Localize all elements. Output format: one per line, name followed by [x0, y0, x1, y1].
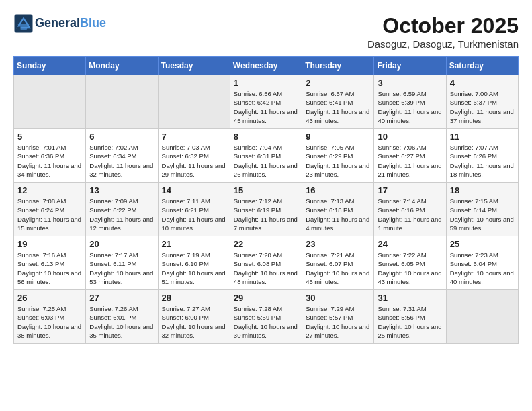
month-title: October 2025: [367, 13, 519, 38]
day-number: 3: [378, 78, 442, 88]
day-number: 20: [89, 239, 154, 249]
weekday-header-cell: Friday: [374, 57, 446, 75]
cell-content: Sunrise: 7:07 AM Sunset: 6:26 PM Dayligh…: [450, 143, 515, 179]
cell-content: Sunrise: 7:11 AM Sunset: 6:21 PM Dayligh…: [162, 197, 226, 232]
day-number: 16: [306, 185, 370, 195]
day-number: 7: [162, 132, 226, 142]
day-number: 12: [17, 185, 82, 195]
calendar-week-row: 12Sunrise: 7:08 AM Sunset: 6:24 PM Dayli…: [14, 183, 519, 236]
cell-content: Sunrise: 7:29 AM Sunset: 5:57 PM Dayligh…: [306, 304, 370, 340]
calendar-cell: [446, 290, 518, 344]
cell-content: Sunrise: 7:20 AM Sunset: 6:08 PM Dayligh…: [234, 250, 298, 286]
calendar-cell: 27Sunrise: 7:26 AM Sunset: 6:01 PM Dayli…: [86, 290, 158, 344]
calendar-cell: 26Sunrise: 7:25 AM Sunset: 6:03 PM Dayli…: [14, 290, 86, 344]
cell-content: Sunrise: 7:31 AM Sunset: 5:56 PM Dayligh…: [378, 304, 442, 340]
day-number: 9: [306, 132, 370, 142]
day-number: 21: [162, 239, 226, 249]
weekday-header-cell: Wednesday: [230, 57, 302, 75]
day-number: 2: [306, 78, 370, 88]
day-number: 25: [450, 239, 515, 249]
day-number: 22: [234, 239, 298, 249]
day-number: 24: [378, 239, 442, 249]
day-number: 30: [306, 293, 370, 303]
calendar-cell: 16Sunrise: 7:13 AM Sunset: 6:18 PM Dayli…: [302, 183, 374, 236]
day-number: 29: [234, 293, 298, 303]
calendar-cell: 5Sunrise: 7:01 AM Sunset: 6:36 PM Daylig…: [14, 129, 86, 183]
cell-content: Sunrise: 7:02 AM Sunset: 6:34 PM Dayligh…: [89, 143, 154, 179]
calendar-cell: 21Sunrise: 7:19 AM Sunset: 6:10 PM Dayli…: [158, 236, 230, 290]
calendar-cell: 12Sunrise: 7:08 AM Sunset: 6:24 PM Dayli…: [14, 183, 86, 236]
calendar-cell: 18Sunrise: 7:15 AM Sunset: 6:14 PM Dayli…: [446, 183, 518, 236]
weekday-header-cell: Thursday: [302, 57, 374, 75]
cell-content: Sunrise: 7:04 AM Sunset: 6:31 PM Dayligh…: [234, 143, 298, 179]
calendar-cell: 30Sunrise: 7:29 AM Sunset: 5:57 PM Dayli…: [302, 290, 374, 344]
day-number: 23: [306, 239, 370, 249]
day-number: 17: [378, 185, 442, 195]
calendar-cell: 22Sunrise: 7:20 AM Sunset: 6:08 PM Dayli…: [230, 236, 302, 290]
cell-content: Sunrise: 7:06 AM Sunset: 6:27 PM Dayligh…: [378, 143, 442, 179]
calendar-cell: 10Sunrise: 7:06 AM Sunset: 6:27 PM Dayli…: [374, 129, 446, 183]
calendar-cell: 1Sunrise: 6:56 AM Sunset: 6:42 PM Daylig…: [230, 75, 302, 129]
calendar-cell: 23Sunrise: 7:21 AM Sunset: 6:07 PM Dayli…: [302, 236, 374, 290]
calendar-cell: 8Sunrise: 7:04 AM Sunset: 6:31 PM Daylig…: [230, 129, 302, 183]
day-number: 18: [450, 185, 515, 195]
weekday-header-cell: Tuesday: [158, 57, 230, 75]
day-number: 13: [89, 185, 154, 195]
cell-content: Sunrise: 7:27 AM Sunset: 6:00 PM Dayligh…: [162, 304, 226, 340]
calendar-cell: 6Sunrise: 7:02 AM Sunset: 6:34 PM Daylig…: [86, 129, 158, 183]
cell-content: Sunrise: 7:19 AM Sunset: 6:10 PM Dayligh…: [162, 250, 226, 286]
cell-content: Sunrise: 7:08 AM Sunset: 6:24 PM Dayligh…: [17, 197, 82, 232]
calendar-cell: 19Sunrise: 7:16 AM Sunset: 6:13 PM Dayli…: [14, 236, 86, 290]
cell-content: Sunrise: 7:14 AM Sunset: 6:16 PM Dayligh…: [378, 197, 442, 232]
calendar-week-row: 1Sunrise: 6:56 AM Sunset: 6:42 PM Daylig…: [14, 75, 519, 129]
calendar-cell: 24Sunrise: 7:22 AM Sunset: 6:05 PM Dayli…: [374, 236, 446, 290]
day-number: 15: [234, 185, 298, 195]
cell-content: Sunrise: 7:26 AM Sunset: 6:01 PM Dayligh…: [89, 304, 154, 340]
calendar-cell: 13Sunrise: 7:09 AM Sunset: 6:22 PM Dayli…: [86, 183, 158, 236]
cell-content: Sunrise: 7:09 AM Sunset: 6:22 PM Dayligh…: [89, 197, 154, 232]
day-number: 8: [234, 132, 298, 142]
cell-content: Sunrise: 7:21 AM Sunset: 6:07 PM Dayligh…: [306, 250, 370, 286]
calendar-cell: 4Sunrise: 7:00 AM Sunset: 6:37 PM Daylig…: [446, 75, 518, 129]
calendar-cell: [158, 75, 230, 129]
calendar-week-row: 19Sunrise: 7:16 AM Sunset: 6:13 PM Dayli…: [14, 236, 519, 290]
cell-content: Sunrise: 6:56 AM Sunset: 6:42 PM Dayligh…: [234, 89, 298, 125]
calendar-cell: 11Sunrise: 7:07 AM Sunset: 6:26 PM Dayli…: [446, 129, 518, 183]
day-number: 28: [162, 293, 226, 303]
calendar-cell: 17Sunrise: 7:14 AM Sunset: 6:16 PM Dayli…: [374, 183, 446, 236]
day-number: 10: [378, 132, 442, 142]
cell-content: Sunrise: 7:13 AM Sunset: 6:18 PM Dayligh…: [306, 197, 370, 232]
cell-content: Sunrise: 7:00 AM Sunset: 6:37 PM Dayligh…: [450, 89, 515, 125]
calendar-week-row: 26Sunrise: 7:25 AM Sunset: 6:03 PM Dayli…: [14, 290, 519, 344]
cell-content: Sunrise: 7:25 AM Sunset: 6:03 PM Dayligh…: [17, 304, 82, 340]
calendar-cell: 28Sunrise: 7:27 AM Sunset: 6:00 PM Dayli…: [158, 290, 230, 344]
cell-content: Sunrise: 7:12 AM Sunset: 6:19 PM Dayligh…: [234, 197, 298, 232]
cell-content: Sunrise: 7:28 AM Sunset: 5:59 PM Dayligh…: [234, 304, 298, 340]
weekday-header-cell: Saturday: [446, 57, 518, 75]
cell-content: Sunrise: 7:17 AM Sunset: 6:11 PM Dayligh…: [89, 250, 154, 286]
day-number: 5: [17, 132, 82, 142]
day-number: 27: [89, 293, 154, 303]
weekday-header-cell: Monday: [86, 57, 158, 75]
location: Dasoguz, Dasoguz, Turkmenistan: [367, 38, 519, 50]
calendar-cell: 3Sunrise: 6:59 AM Sunset: 6:39 PM Daylig…: [374, 75, 446, 129]
cell-content: Sunrise: 7:22 AM Sunset: 6:05 PM Dayligh…: [378, 250, 442, 286]
day-number: 31: [378, 293, 442, 303]
weekday-header-row: SundayMondayTuesdayWednesdayThursdayFrid…: [14, 57, 519, 75]
day-number: 6: [89, 132, 154, 142]
day-number: 19: [17, 239, 82, 249]
calendar-cell: 29Sunrise: 7:28 AM Sunset: 5:59 PM Dayli…: [230, 290, 302, 344]
cell-content: Sunrise: 6:57 AM Sunset: 6:41 PM Dayligh…: [306, 89, 370, 125]
cell-content: Sunrise: 7:05 AM Sunset: 6:29 PM Dayligh…: [306, 143, 370, 179]
logo-icon: [13, 13, 34, 34]
cell-content: Sunrise: 7:03 AM Sunset: 6:32 PM Dayligh…: [162, 143, 226, 179]
title-block: October 2025 Dasoguz, Dasoguz, Turkmenis…: [367, 13, 519, 50]
calendar-cell: 25Sunrise: 7:23 AM Sunset: 6:04 PM Dayli…: [446, 236, 518, 290]
day-number: 26: [17, 293, 82, 303]
day-number: 4: [450, 78, 515, 88]
svg-rect-3: [17, 27, 21, 31]
calendar-cell: 2Sunrise: 6:57 AM Sunset: 6:41 PM Daylig…: [302, 75, 374, 129]
cell-content: Sunrise: 7:16 AM Sunset: 6:13 PM Dayligh…: [17, 250, 82, 286]
logo-text: GeneralBlue: [35, 17, 106, 30]
calendar-body: 1Sunrise: 6:56 AM Sunset: 6:42 PM Daylig…: [14, 75, 519, 344]
